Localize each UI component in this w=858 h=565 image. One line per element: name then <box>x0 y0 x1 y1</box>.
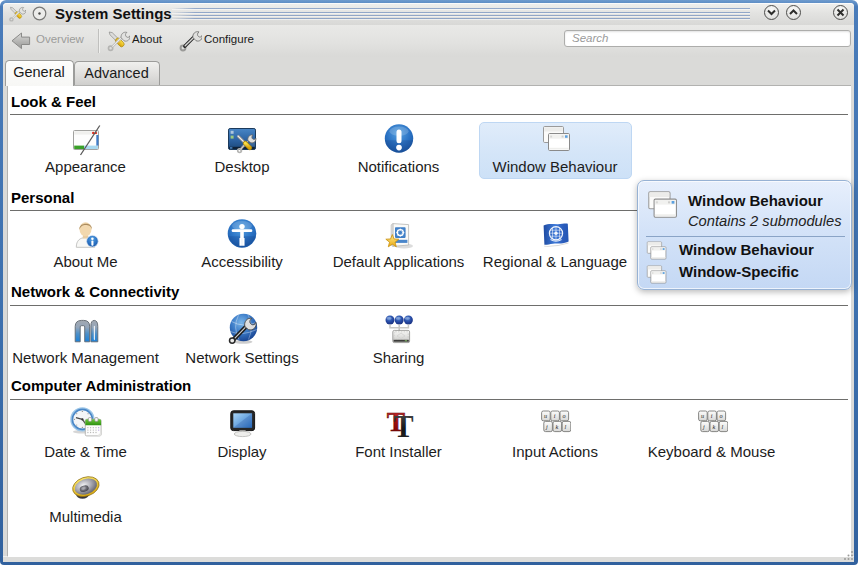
svg-text:i: i <box>554 412 556 419</box>
svg-text:u: u <box>544 412 547 419</box>
svg-text:i: i <box>710 412 712 419</box>
svg-text:o: o <box>563 412 566 419</box>
svg-text:k: k <box>555 423 558 430</box>
svg-text:u: u <box>701 412 704 419</box>
svg-text:T: T <box>393 410 413 438</box>
svg-text:l: l <box>721 423 723 430</box>
svg-text:j: j <box>702 423 705 430</box>
svg-text:j: j <box>545 423 548 430</box>
svg-text:l: l <box>565 423 567 430</box>
svg-text:o: o <box>719 412 722 419</box>
svg-text:k: k <box>712 423 715 430</box>
